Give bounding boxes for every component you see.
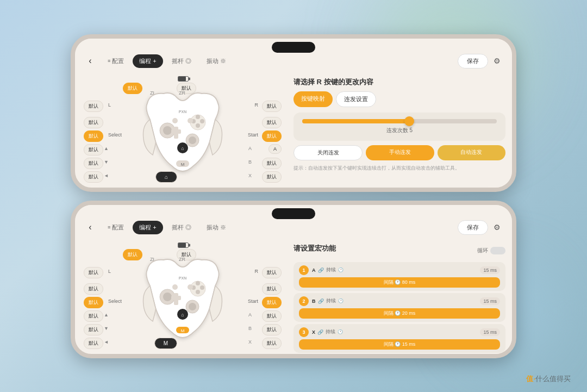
start-btn-1[interactable]: 默认 (262, 130, 282, 142)
manual-rapid-btn-1[interactable]: 手动连发 (366, 145, 434, 160)
back-button-2[interactable]: ‹ (84, 221, 97, 234)
tab-config-2[interactable]: ≡ 配置 (101, 221, 130, 234)
svg-point-20 (200, 285, 204, 290)
a-btn-2[interactable]: 默认 (262, 310, 282, 322)
l-name-1: L (107, 101, 113, 109)
rb-btn-1[interactable]: 默认 (262, 117, 282, 128)
select-btn-1[interactable]: 默认 (84, 130, 103, 142)
b-btn-1[interactable]: 默认 (262, 158, 282, 169)
macro-info-2: B 🔗 持续 🕐 (312, 297, 477, 304)
left-btn-2[interactable]: 默认 (84, 338, 103, 349)
controller-panel-1: 默认 ZL 默认 ZR 默认 L 默认 R 默认 默认 默认 (75, 73, 287, 188)
macro-list: 1 A 🔗 持续 🕐 15 ms 间隔 (294, 262, 505, 353)
r-btn-label-2[interactable]: 默认 (262, 267, 282, 278)
notch-2 (272, 208, 315, 219)
slider-label-1: 连发次数 5 (302, 127, 497, 134)
bottom-btn-row-1: 关闭连发 手动连发 自动连发 (294, 145, 505, 160)
macro-header-2: 2 B 🔗 持续 🕐 15 ms (299, 296, 500, 306)
macro-item-1: 1 A 🔗 持续 🕐 15 ms 间隔 (294, 262, 505, 291)
notch-1 (272, 42, 315, 53)
interval-label-1: 间隔 (384, 279, 394, 285)
right-panel-1: 请选择 R 按键的更改内容 按键映射 连发设置 连发次数 5 (287, 73, 512, 188)
b-btn-2[interactable]: 默认 (262, 324, 282, 335)
cycle-toggle: 循环 (477, 247, 505, 254)
svg-point-2 (200, 119, 204, 123)
r-btn-label-1[interactable]: 默认 (262, 101, 282, 112)
tab-vibration-1[interactable]: 振动 ※ (200, 54, 233, 68)
start-btn-2[interactable]: 默认 (262, 297, 282, 308)
btn-key-map-1[interactable]: 按键映射 (294, 91, 333, 107)
macro-header-1: 1 A 🔗 持续 🕐 15 ms (299, 265, 500, 275)
down-btn-1[interactable]: 默认 (84, 158, 103, 169)
select-btn-2[interactable]: 默认 (84, 297, 103, 308)
auto-rapid-btn-1[interactable]: 自动连发 (438, 145, 505, 160)
clock-icon-2: 🕐 (338, 298, 344, 303)
slider-track-1[interactable] (302, 119, 497, 123)
phone-2: ‹ ≡ 配置 编程 + 摇杆 ◎ 振动 ※ 保存 ⚙ (71, 201, 516, 358)
duration-label-3: 持续 (326, 328, 335, 335)
interval-bar-2: 间隔 🕐 20 ms (299, 308, 500, 319)
link-icon-3: 🔗 (317, 329, 323, 335)
svg-point-24 (163, 293, 172, 301)
a-btn-1[interactable]: A (268, 144, 282, 154)
duration-label-1: 持续 (326, 266, 336, 273)
x-btn-1[interactable]: 默认 (262, 171, 282, 183)
up-btn-2[interactable]: 默认 (84, 310, 103, 322)
gear-icon-1[interactable]: ⚙ (490, 54, 503, 67)
interval-val-2: 20 ms (402, 310, 416, 316)
save-button-2[interactable]: 保存 (458, 220, 488, 235)
svg-point-32 (188, 284, 193, 290)
macro-key-3: X (312, 329, 315, 335)
phone-1: ‹ ≡ 配置 编程 + 摇杆 ◎ 振动 ※ 保存 ⚙ (71, 34, 516, 192)
tab-joystick-2[interactable]: 摇杆 ◎ (165, 221, 198, 234)
right-panel-2: 请设置宏功能 循环 1 A (287, 239, 512, 354)
macro-info-3: X 🔗 持续 🕐 (312, 328, 477, 335)
duration-label-2: 持续 (326, 297, 336, 304)
lb-btn-1[interactable]: 默认 (84, 117, 103, 128)
cycle-switch[interactable] (490, 247, 505, 254)
clock-icon-3: 🕐 (338, 329, 343, 334)
cycle-label: 循环 (477, 247, 488, 254)
tab-program-1[interactable]: 编程 + (133, 54, 163, 68)
controller-panel-2: 默认 ZL 默认 ZR 默认 L 默认 R 默认 默认 默认 (75, 239, 287, 354)
svg-point-19 (196, 281, 200, 285)
macro-num-3: 3 (299, 327, 309, 337)
slider-container-1: 连发次数 5 (294, 113, 505, 141)
tab-program-2[interactable]: 编程 + (133, 221, 163, 234)
r-name-1: R (253, 101, 260, 109)
l-btn-2[interactable]: 默认 (84, 267, 103, 278)
link-icon-1: 🔗 (318, 267, 324, 273)
link-icon-2: 🔗 (318, 298, 324, 304)
x-btn-2[interactable]: 默认 (262, 338, 282, 349)
macro-item-3: 3 X 🔗 持续 🕐 15 ms 间隔 (294, 324, 505, 353)
close-rapid-btn-1[interactable]: 关闭连发 (294, 145, 363, 160)
svg-rect-28 (171, 296, 181, 300)
l-btn-1[interactable]: 默认 (84, 101, 103, 112)
svg-text:M: M (181, 162, 185, 167)
main-content-2: 默认 ZL 默认 ZR 默认 L 默认 R 默认 默认 默认 (75, 239, 512, 354)
tab-config-1[interactable]: ≡ 配置 (101, 54, 130, 68)
svg-text:PXN: PXN (179, 110, 186, 114)
screen-2: ‹ ≡ 配置 编程 + 摇杆 ◎ 振动 ※ 保存 ⚙ (75, 205, 512, 354)
gear-icon-2[interactable]: ⚙ (490, 221, 503, 234)
slider-thumb-1[interactable] (404, 116, 414, 126)
tab-joystick-1[interactable]: 摇杆 ◎ (165, 54, 198, 68)
panel-title-2: 请设置宏功能 (294, 244, 336, 253)
save-button-1[interactable]: 保存 (458, 54, 488, 69)
down-btn-2[interactable]: 默认 (84, 324, 103, 335)
svg-text:M: M (181, 328, 185, 333)
btn-rapid-fire-1[interactable]: 连发设置 (336, 91, 376, 107)
up-btn-1[interactable]: 默认 (84, 144, 103, 155)
svg-point-1 (196, 115, 200, 119)
tab-vibration-2[interactable]: 振动 ※ (200, 221, 233, 234)
select-name-1: Select (107, 130, 123, 139)
back-button-1[interactable]: ‹ (84, 54, 97, 67)
duration-val-2: 15 ms (480, 297, 500, 305)
interval-label-3: 间隔 (384, 341, 394, 347)
rb-btn-2[interactable]: 默认 (262, 283, 282, 295)
left-btn-1[interactable]: 默认 (84, 171, 103, 183)
macro-item-2: 2 B 🔗 持续 🕐 15 ms 间隔 (294, 293, 505, 322)
lb-btn-2[interactable]: 默认 (84, 283, 103, 295)
svg-point-31 (172, 284, 178, 290)
interval-bar-1: 间隔 🕐 80 ms (299, 277, 500, 288)
